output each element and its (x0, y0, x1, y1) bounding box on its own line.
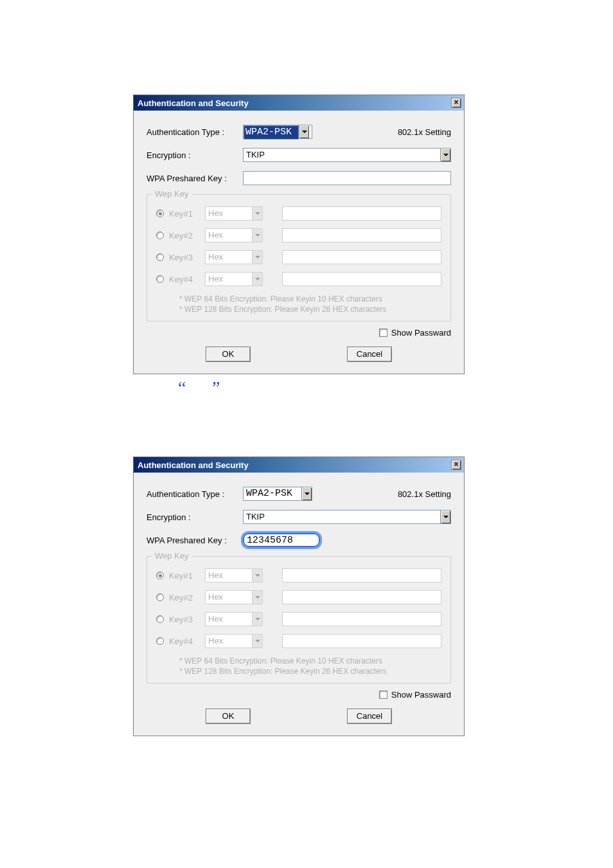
wep-key-format-value: Hex (206, 635, 252, 647)
wep-key-input[interactable] (282, 272, 441, 286)
auth-type-select[interactable]: WPA2-PSK (243, 487, 312, 501)
wep-key-format-select[interactable]: Hex (205, 568, 263, 583)
wep-key-radio[interactable] (156, 593, 164, 601)
encryption-label: Encryption : (147, 150, 243, 160)
cancel-button[interactable]: Cancel (347, 709, 392, 724)
encryption-select[interactable]: TKIP (243, 510, 451, 524)
wep-key-input[interactable] (282, 590, 441, 604)
wep-key-radio[interactable] (156, 615, 164, 623)
chevron-down-icon[interactable] (252, 251, 262, 264)
wep-key-format-select[interactable]: Hex (205, 206, 263, 221)
wep-hint-64: * WEP 64 Bits Encryption: Please Keyin 1… (179, 294, 441, 304)
wep-key-row: Key#1Hex (156, 206, 441, 221)
wep-key-group: Wep Key Key#1HexKey#2HexKey#3HexKey#4Hex… (147, 194, 451, 321)
wep-key-input[interactable] (282, 206, 441, 221)
encryption-value: TKIP (244, 149, 440, 161)
wep-key-input[interactable] (282, 634, 441, 648)
wep-key-format-select[interactable]: Hex (205, 634, 263, 648)
wep-key-input[interactable] (282, 250, 441, 264)
wep-key-label: Key#4 (169, 275, 205, 284)
wep-key-format-value: Hex (206, 207, 252, 220)
ok-button[interactable]: OK (206, 347, 251, 362)
chevron-down-icon[interactable] (252, 569, 262, 582)
show-password-checkbox[interactable] (379, 691, 387, 699)
wep-key-row: Key#4Hex (156, 272, 441, 286)
wep-key-radio[interactable] (156, 210, 164, 217)
chevron-down-icon[interactable] (301, 487, 312, 500)
auth-type-label: Authentication Type : (147, 489, 243, 499)
wep-key-format-value: Hex (206, 569, 252, 582)
wep-hint-64: * WEP 64 Bits Encryption: Please Keyin 1… (179, 656, 441, 666)
close-icon[interactable]: × (451, 460, 461, 470)
auth-type-value: WPA2-PSK (244, 125, 299, 140)
quote-right: ” (212, 377, 220, 398)
wep-key-radio[interactable] (156, 231, 164, 239)
wpa-key-label: WPA Preshared Key : (147, 174, 243, 183)
titlebar[interactable]: Authentication and Security × (134, 457, 464, 473)
wep-key-radio[interactable] (156, 275, 164, 283)
wep-key-label: Key#1 (169, 571, 205, 581)
chevron-down-icon[interactable] (252, 207, 262, 220)
wep-key-group-title: Wep Key (152, 551, 191, 561)
dialog-title: Authentication and Security (138, 460, 451, 470)
wep-key-row: Key#4Hex (156, 634, 441, 648)
auth-type-value: WPA2-PSK (244, 487, 301, 500)
auth-security-dialog-1: Authentication and Security × Authentica… (133, 95, 465, 374)
wep-key-label: Key#4 (169, 637, 205, 646)
wep-hint-128: * WEP 128 Bits Encryption: Please Keyin … (179, 304, 441, 314)
cancel-button[interactable]: Cancel (347, 347, 392, 362)
auth-type-select[interactable]: WPA2-PSK (243, 125, 312, 139)
wpa-preshared-key-input[interactable] (243, 171, 451, 185)
encryption-select[interactable]: TKIP (243, 148, 451, 162)
wep-key-format-value: Hex (206, 273, 252, 285)
auth-type-label: Authentication Type : (147, 127, 243, 137)
quote-left: “ (178, 377, 186, 398)
wep-key-format-value: Hex (206, 613, 252, 626)
wep-key-row: Key#3Hex (156, 612, 441, 626)
8021x-setting-button[interactable]: 802.1x Setting (398, 489, 451, 499)
encryption-label: Encryption : (147, 512, 243, 522)
wep-key-label: Key#3 (169, 253, 205, 262)
8021x-setting-button[interactable]: 802.1x Setting (398, 127, 451, 137)
wep-key-format-select[interactable]: Hex (205, 250, 263, 264)
titlebar[interactable]: Authentication and Security × (134, 95, 464, 111)
wep-key-format-select[interactable]: Hex (205, 612, 263, 626)
chevron-down-icon[interactable] (252, 273, 262, 285)
chevron-down-icon[interactable] (252, 613, 262, 626)
wep-key-radio[interactable] (156, 253, 164, 261)
chevron-down-icon[interactable] (252, 229, 262, 242)
wep-key-input[interactable] (282, 228, 441, 242)
wep-hint-128: * WEP 128 Bits Encryption: Please Keyin … (179, 666, 441, 676)
wep-key-input[interactable] (282, 568, 441, 583)
wep-key-group-title: Wep Key (152, 189, 191, 199)
wep-key-format-select[interactable]: Hex (205, 228, 263, 242)
wep-key-radio[interactable] (156, 637, 164, 645)
close-icon[interactable]: × (451, 98, 461, 108)
chevron-down-icon[interactable] (252, 591, 262, 604)
encryption-value: TKIP (244, 511, 440, 523)
wep-key-label: Key#3 (169, 615, 205, 624)
show-password-label: Show Passward (391, 690, 451, 700)
chevron-down-icon[interactable] (440, 511, 450, 523)
chevron-down-icon[interactable] (252, 635, 262, 647)
wep-key-row: Key#2Hex (156, 228, 441, 242)
wep-key-row: Key#3Hex (156, 250, 441, 264)
auth-security-dialog-2: Authentication and Security × Authentica… (133, 457, 465, 736)
wep-key-row: Key#2Hex (156, 590, 441, 604)
show-password-checkbox[interactable] (379, 329, 387, 337)
ok-button[interactable]: OK (206, 709, 251, 724)
chevron-down-icon[interactable] (440, 149, 450, 161)
wep-key-row: Key#1Hex (156, 568, 441, 583)
wep-key-format-select[interactable]: Hex (205, 590, 263, 604)
dialog-title: Authentication and Security (138, 98, 451, 108)
chevron-down-icon[interactable] (299, 125, 309, 138)
wep-key-radio[interactable] (156, 572, 164, 579)
wep-key-group: Wep Key Key#1HexKey#2HexKey#3HexKey#4Hex… (147, 556, 451, 683)
wep-key-format-select[interactable]: Hex (205, 272, 263, 286)
wep-key-input[interactable] (282, 612, 441, 626)
wep-key-format-value: Hex (206, 591, 252, 604)
wep-key-format-value: Hex (206, 229, 252, 242)
wpa-preshared-key-input[interactable] (243, 533, 320, 547)
wep-key-label: Key#1 (169, 209, 205, 219)
wep-key-label: Key#2 (169, 231, 205, 240)
